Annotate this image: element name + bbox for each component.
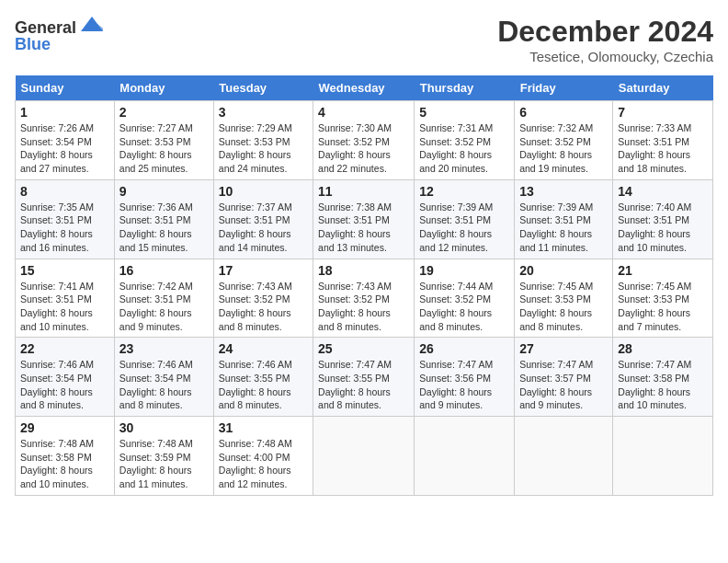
day-number: 12: [419, 184, 509, 199]
calendar-cell: 27 Sunrise: 7:47 AM Sunset: 3:57 PM Dayl…: [515, 338, 613, 417]
calendar-cell: 22 Sunrise: 7:46 AM Sunset: 3:54 PM Dayl…: [16, 338, 115, 417]
weekday-header-monday: Monday: [114, 75, 213, 101]
day-number: 15: [20, 263, 109, 278]
weekday-header-friday: Friday: [515, 75, 613, 101]
calendar-cell: 25 Sunrise: 7:47 AM Sunset: 3:55 PM Dayl…: [313, 338, 415, 417]
day-info: Sunrise: 7:47 AM Sunset: 3:57 PM Dayligh…: [519, 358, 608, 412]
calendar-cell: 14 Sunrise: 7:40 AM Sunset: 3:51 PM Dayl…: [613, 179, 713, 259]
calendar-week-row: 15 Sunrise: 7:41 AM Sunset: 3:51 PM Dayl…: [16, 259, 713, 338]
day-number: 23: [119, 341, 209, 356]
calendar-cell: 13 Sunrise: 7:39 AM Sunset: 3:51 PM Dayl…: [515, 179, 613, 259]
svg-text:General: General: [15, 18, 76, 37]
day-info: Sunrise: 7:43 AM Sunset: 3:52 PM Dayligh…: [219, 280, 308, 334]
weekday-header-saturday: Saturday: [613, 75, 713, 101]
day-number: 9: [119, 184, 209, 199]
calendar-cell: 9 Sunrise: 7:36 AM Sunset: 3:51 PM Dayli…: [114, 179, 213, 259]
day-info: Sunrise: 7:41 AM Sunset: 3:51 PM Dayligh…: [20, 280, 109, 334]
day-info: Sunrise: 7:43 AM Sunset: 3:52 PM Dayligh…: [318, 280, 409, 334]
calendar-cell: 31 Sunrise: 7:48 AM Sunset: 4:00 PM Dayl…: [213, 417, 313, 496]
day-info: Sunrise: 7:45 AM Sunset: 3:53 PM Dayligh…: [618, 280, 708, 334]
day-number: 29: [20, 420, 109, 435]
day-number: 13: [519, 184, 608, 199]
day-info: Sunrise: 7:30 AM Sunset: 3:52 PM Dayligh…: [318, 121, 409, 176]
calendar-cell: 18 Sunrise: 7:43 AM Sunset: 3:52 PM Dayl…: [313, 259, 415, 338]
day-info: Sunrise: 7:31 AM Sunset: 3:52 PM Dayligh…: [419, 121, 509, 176]
calendar-cell: 19 Sunrise: 7:44 AM Sunset: 3:52 PM Dayl…: [415, 259, 515, 338]
calendar-cell: 3 Sunrise: 7:29 AM Sunset: 3:53 PM Dayli…: [213, 101, 313, 180]
calendar-cell: [415, 417, 515, 496]
svg-text:Blue: Blue: [15, 35, 51, 53]
day-info: Sunrise: 7:38 AM Sunset: 3:51 PM Dayligh…: [318, 201, 409, 255]
calendar-cell: 6 Sunrise: 7:32 AM Sunset: 3:52 PM Dayli…: [515, 101, 613, 180]
location-title: Tesetice, Olomoucky, Czechia: [497, 49, 713, 64]
day-number: 4: [318, 105, 409, 120]
day-info: Sunrise: 7:35 AM Sunset: 3:51 PM Dayligh…: [20, 201, 109, 255]
day-number: 2: [119, 105, 209, 120]
calendar-cell: 2 Sunrise: 7:27 AM Sunset: 3:53 PM Dayli…: [114, 101, 213, 180]
day-info: Sunrise: 7:45 AM Sunset: 3:53 PM Dayligh…: [519, 280, 608, 334]
day-info: Sunrise: 7:47 AM Sunset: 3:55 PM Dayligh…: [318, 358, 409, 412]
calendar-cell: 30 Sunrise: 7:48 AM Sunset: 3:59 PM Dayl…: [114, 417, 213, 496]
calendar-cell: 11 Sunrise: 7:38 AM Sunset: 3:51 PM Dayl…: [313, 179, 415, 259]
day-info: Sunrise: 7:27 AM Sunset: 3:53 PM Dayligh…: [119, 121, 209, 176]
day-number: 26: [419, 341, 509, 356]
calendar-cell: [613, 417, 713, 496]
day-info: Sunrise: 7:46 AM Sunset: 3:54 PM Dayligh…: [119, 358, 209, 412]
calendar-cell: 4 Sunrise: 7:30 AM Sunset: 3:52 PM Dayli…: [313, 101, 415, 180]
calendar-cell: 17 Sunrise: 7:43 AM Sunset: 3:52 PM Dayl…: [213, 259, 313, 338]
weekday-header-sunday: Sunday: [16, 75, 115, 101]
day-number: 27: [519, 341, 608, 356]
day-number: 5: [419, 105, 509, 120]
day-info: Sunrise: 7:39 AM Sunset: 3:51 PM Dayligh…: [519, 201, 608, 255]
weekday-header-thursday: Thursday: [415, 75, 515, 101]
weekday-header-wednesday: Wednesday: [313, 75, 415, 101]
day-info: Sunrise: 7:44 AM Sunset: 3:52 PM Dayligh…: [419, 280, 509, 334]
calendar-cell: 29 Sunrise: 7:48 AM Sunset: 3:58 PM Dayl…: [16, 417, 115, 496]
day-number: 14: [618, 184, 708, 199]
calendar-table: SundayMondayTuesdayWednesdayThursdayFrid…: [15, 75, 713, 496]
day-info: Sunrise: 7:46 AM Sunset: 3:55 PM Dayligh…: [219, 358, 308, 412]
day-number: 3: [219, 105, 308, 120]
month-title: December 2024: [497, 15, 713, 49]
day-number: 24: [219, 341, 308, 356]
day-number: 31: [219, 420, 308, 435]
day-info: Sunrise: 7:33 AM Sunset: 3:51 PM Dayligh…: [618, 121, 708, 176]
calendar-cell: 21 Sunrise: 7:45 AM Sunset: 3:53 PM Dayl…: [613, 259, 713, 338]
day-number: 28: [618, 341, 708, 356]
calendar-cell: 8 Sunrise: 7:35 AM Sunset: 3:51 PM Dayli…: [16, 179, 115, 259]
calendar-cell: 1 Sunrise: 7:26 AM Sunset: 3:54 PM Dayli…: [16, 101, 115, 180]
day-info: Sunrise: 7:47 AM Sunset: 3:58 PM Dayligh…: [618, 358, 708, 412]
day-number: 1: [20, 105, 109, 120]
weekday-header-tuesday: Tuesday: [213, 75, 313, 101]
day-info: Sunrise: 7:42 AM Sunset: 3:51 PM Dayligh…: [119, 280, 209, 334]
day-number: 18: [318, 263, 409, 278]
day-number: 17: [219, 263, 308, 278]
logo: General Blue: [15, 15, 116, 59]
day-number: 20: [519, 263, 608, 278]
calendar-week-row: 8 Sunrise: 7:35 AM Sunset: 3:51 PM Dayli…: [16, 179, 713, 259]
calendar-cell: 24 Sunrise: 7:46 AM Sunset: 3:55 PM Dayl…: [213, 338, 313, 417]
day-number: 6: [519, 105, 608, 120]
calendar-cell: 5 Sunrise: 7:31 AM Sunset: 3:52 PM Dayli…: [415, 101, 515, 180]
day-number: 25: [318, 341, 409, 356]
calendar-cell: 28 Sunrise: 7:47 AM Sunset: 3:58 PM Dayl…: [613, 338, 713, 417]
calendar-week-row: 29 Sunrise: 7:48 AM Sunset: 3:58 PM Dayl…: [16, 417, 713, 496]
page-header: General Blue December 2024 Tesetice, Olo…: [15, 15, 713, 64]
weekday-header-row: SundayMondayTuesdayWednesdayThursdayFrid…: [16, 75, 713, 101]
calendar-cell: 16 Sunrise: 7:42 AM Sunset: 3:51 PM Dayl…: [114, 259, 213, 338]
day-number: 22: [20, 341, 109, 356]
day-info: Sunrise: 7:36 AM Sunset: 3:51 PM Dayligh…: [119, 201, 209, 255]
day-info: Sunrise: 7:32 AM Sunset: 3:52 PM Dayligh…: [519, 121, 608, 176]
day-number: 30: [119, 420, 209, 435]
calendar-week-row: 22 Sunrise: 7:46 AM Sunset: 3:54 PM Dayl…: [16, 338, 713, 417]
day-info: Sunrise: 7:48 AM Sunset: 3:58 PM Dayligh…: [20, 437, 109, 491]
calendar-cell: 10 Sunrise: 7:37 AM Sunset: 3:51 PM Dayl…: [213, 179, 313, 259]
calendar-week-row: 1 Sunrise: 7:26 AM Sunset: 3:54 PM Dayli…: [16, 101, 713, 180]
calendar-cell: [313, 417, 415, 496]
day-number: 19: [419, 263, 509, 278]
day-info: Sunrise: 7:40 AM Sunset: 3:51 PM Dayligh…: [618, 201, 708, 255]
calendar-cell: 7 Sunrise: 7:33 AM Sunset: 3:51 PM Dayli…: [613, 101, 713, 180]
calendar-cell: 12 Sunrise: 7:39 AM Sunset: 3:51 PM Dayl…: [415, 179, 515, 259]
day-info: Sunrise: 7:26 AM Sunset: 3:54 PM Dayligh…: [20, 121, 109, 176]
calendar-cell: 15 Sunrise: 7:41 AM Sunset: 3:51 PM Dayl…: [16, 259, 115, 338]
